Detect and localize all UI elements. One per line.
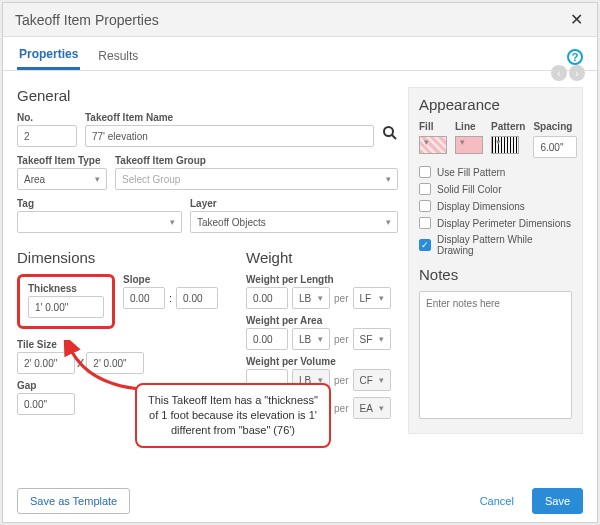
wpa-label: Weight per Area [246,315,398,326]
wpa-wu-select[interactable]: LB [292,328,330,350]
display-perimeter-label: Display Perimeter Dimensions [437,218,571,229]
modal-title: Takeoff Item Properties [15,12,567,28]
no-input[interactable] [17,125,77,147]
display-pattern-drawing-checkbox[interactable]: ✓ [419,239,431,251]
appearance-section: Appearance Fill Line Pattern Spacing Use… [408,87,583,434]
notes-heading: Notes [419,266,572,283]
pattern-label: Pattern [491,121,525,132]
callout-text: This Takeoff Item has a "thickness" of 1… [148,394,318,436]
cancel-button[interactable]: Cancel [468,489,526,513]
wpa-lu-select[interactable]: SF [353,328,391,350]
callout-box: This Takeoff Item has a "thickness" of 1… [135,383,331,448]
search-icon[interactable] [382,125,398,147]
per-text-1: per [334,293,348,304]
display-dimensions-label: Display Dimensions [437,201,525,212]
svg-line-1 [392,135,396,139]
per-text-3: per [334,375,348,386]
name-input[interactable] [85,125,374,147]
footer: Save as Template Cancel Save [3,480,597,522]
display-perimeter-checkbox[interactable] [419,217,431,229]
name-label: Takeoff Item Name [85,112,374,123]
per-text-2: per [334,334,348,345]
fill-label: Fill [419,121,447,132]
notes-textarea[interactable] [419,291,572,419]
dimensions-heading: Dimensions [17,249,218,266]
use-fill-pattern-label: Use Fill Pattern [437,167,505,178]
line-swatch[interactable] [455,136,483,154]
wpv-label: Weight per Volume [246,356,398,367]
times-icon: X [75,357,86,369]
tab-bar: Properties Results ? [3,37,597,71]
wpa-input[interactable] [246,328,288,350]
slope-run-input[interactable] [176,287,218,309]
slope-colon: : [169,292,172,304]
slope-rise-input[interactable] [123,287,165,309]
appearance-heading: Appearance [419,96,572,113]
solid-fill-checkbox[interactable] [419,183,431,195]
display-pattern-drawing-label: Display Pattern While Drawing [437,234,572,256]
gap-input[interactable] [17,393,75,415]
line-label: Line [455,121,483,132]
save-template-button[interactable]: Save as Template [17,488,130,514]
right-panel: Appearance Fill Line Pattern Spacing Use… [408,81,583,470]
help-icon[interactable]: ? [567,49,583,65]
tag-label: Tag [17,198,182,209]
tab-properties[interactable]: Properties [17,43,80,70]
nav-arrows: ‹ › [551,65,585,81]
prev-icon[interactable]: ‹ [551,65,567,81]
close-icon[interactable]: ✕ [567,10,585,29]
wpl-lu-select[interactable]: LF [353,287,391,309]
thickness-label: Thickness [28,283,104,294]
spacing-label: Spacing [533,121,577,132]
general-heading: General [17,87,398,104]
wpl-wu-select[interactable]: LB [292,287,330,309]
use-fill-pattern-checkbox[interactable] [419,166,431,178]
wpl-input[interactable] [246,287,288,309]
gap-label: Gap [17,380,75,391]
type-label: Takeoff Item Type [17,155,107,166]
tilesize-label: Tile Size [17,339,218,350]
type-select[interactable]: Area [17,168,107,190]
next-icon[interactable]: › [569,65,585,81]
spacing-input[interactable] [533,136,577,158]
layer-select[interactable]: Takeoff Objects [190,211,398,233]
tile-h-input[interactable] [86,352,144,374]
tab-results[interactable]: Results [96,45,140,69]
fill-swatch[interactable] [419,136,447,154]
thickness-input[interactable] [28,296,104,318]
thickness-highlight: Thickness [17,274,115,329]
svg-point-0 [384,127,393,136]
group-select[interactable]: Select Group [115,168,398,190]
weight-heading: Weight [246,249,398,266]
tile-w-input[interactable] [17,352,75,374]
no-label: No. [17,112,77,123]
pattern-swatch[interactable] [491,136,519,154]
wpv-lu-select[interactable]: CF [353,369,391,391]
w4-lu-select[interactable]: EA [353,397,391,419]
save-button[interactable]: Save [532,488,583,514]
per-text-4: per [334,403,348,414]
slope-label: Slope [123,274,218,285]
tag-select[interactable] [17,211,182,233]
wpl-label: Weight per Length [246,274,398,285]
solid-fill-label: Solid Fill Color [437,184,501,195]
group-label: Takeoff Item Group [115,155,398,166]
layer-label: Layer [190,198,398,209]
titlebar: Takeoff Item Properties ✕ [3,3,597,37]
display-dimensions-checkbox[interactable] [419,200,431,212]
